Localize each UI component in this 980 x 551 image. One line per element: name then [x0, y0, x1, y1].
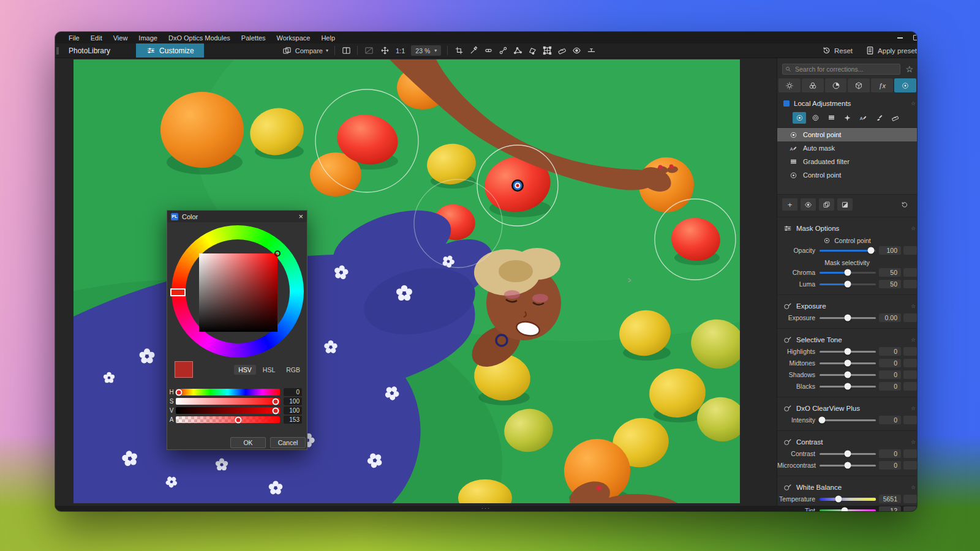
menu-file[interactable]: File: [63, 34, 85, 42]
temperature-slider[interactable]: [820, 498, 876, 501]
list-item-control-point[interactable]: Control point: [777, 128, 917, 141]
tool-auto-mask[interactable]: A: [856, 112, 870, 124]
alpha-value[interactable]: 153: [284, 416, 302, 424]
tool-eraser[interactable]: [888, 112, 902, 124]
section-white-balance-header[interactable]: White Balance ☆: [777, 482, 917, 493]
tab-photolibrary[interactable]: PhotoLibrary: [59, 43, 120, 58]
eraser-tool-icon[interactable]: [557, 46, 567, 56]
maximize-icon[interactable]: [913, 35, 917, 40]
shadows-value[interactable]: 0: [879, 370, 901, 379]
tool-control-point[interactable]: [793, 112, 806, 124]
list-item-graduated-filter[interactable]: Graduated filter: [777, 155, 917, 168]
section-clearview-header[interactable]: DxO ClearView Plus ☆: [777, 403, 917, 414]
menu-workspace[interactable]: Workspace: [271, 34, 316, 42]
midtones-slider[interactable]: [820, 362, 876, 364]
microcontrast-slider[interactable]: [820, 465, 876, 467]
panel-collapse-chevron[interactable]: >: [628, 276, 631, 285]
tab-customize[interactable]: Customize: [136, 43, 204, 58]
list-item-control-point-2[interactable]: Control point: [777, 168, 917, 182]
favorites-star-icon[interactable]: ☆: [905, 64, 913, 74]
contrast-slider[interactable]: [820, 453, 876, 455]
tool-graduated-filter[interactable]: [824, 112, 838, 124]
ok-button[interactable]: OK: [230, 437, 266, 448]
tool-brush[interactable]: [872, 112, 886, 124]
pan-tool-icon[interactable]: [380, 46, 390, 56]
control-line-tool-icon[interactable]: [513, 46, 522, 56]
section-local-adjustments-header[interactable]: Local Adjustments ☆: [777, 98, 917, 109]
microcontrast-value[interactable]: 0: [879, 461, 901, 470]
compare-button[interactable]: Compare ▾: [282, 46, 328, 56]
menu-dxo-optics-modules[interactable]: DxO Optics Modules: [163, 34, 236, 42]
palette-tab-color[interactable]: [802, 78, 824, 92]
palette-tab-light[interactable]: [778, 78, 801, 92]
hue-slider[interactable]: [176, 389, 280, 395]
zoom-1to1-button[interactable]: 1:1: [396, 47, 405, 54]
hue-value[interactable]: 0: [284, 388, 302, 396]
menu-help[interactable]: Help: [315, 34, 341, 42]
invert-mask-button[interactable]: [837, 198, 853, 211]
color-dialog-titlebar[interactable]: PL Color ×: [167, 211, 307, 222]
tool-control-line[interactable]: [809, 112, 822, 124]
section-mask-options-header[interactable]: Mask Options ☆: [777, 223, 917, 234]
palette-tab-effects[interactable]: ƒx: [871, 78, 893, 92]
highlights-slider[interactable]: [820, 351, 876, 353]
section-selective-tone-header[interactable]: Selective Tone ☆: [777, 334, 917, 345]
tint-value[interactable]: -12: [879, 506, 901, 511]
cancel-button[interactable]: Cancel: [270, 437, 306, 448]
tab-rgb[interactable]: RGB: [282, 365, 304, 375]
menu-palettes[interactable]: Palettes: [236, 34, 271, 42]
palette-tab-geometry[interactable]: [848, 78, 870, 92]
blacks-value[interactable]: 0: [879, 382, 901, 391]
section-exposure-header[interactable]: Exposure ☆: [777, 301, 917, 312]
menu-image[interactable]: Image: [133, 34, 163, 42]
opacity-slider[interactable]: [820, 250, 876, 252]
mask-preview-icon[interactable]: [364, 46, 374, 56]
reset-local-adjustments-button[interactable]: [897, 198, 912, 211]
temperature-value[interactable]: 5651: [879, 495, 901, 503]
palette-tab-detail[interactable]: [825, 78, 847, 92]
control-point-tool-icon[interactable]: [498, 46, 508, 56]
exposure-slider[interactable]: [820, 317, 876, 319]
saturation-slider[interactable]: [176, 398, 280, 405]
split-view-icon[interactable]: [341, 46, 351, 56]
shadows-slider[interactable]: [820, 374, 876, 376]
menu-edit[interactable]: Edit: [85, 34, 108, 42]
saturation-value[interactable]: 100: [284, 397, 302, 405]
zoom-level-dropdown[interactable]: 23 % ▾: [411, 45, 441, 56]
tab-hsv[interactable]: HSV: [234, 365, 256, 375]
polygon-tool-icon[interactable]: [527, 46, 537, 56]
add-mask-button[interactable]: +: [782, 198, 797, 211]
search-input[interactable]: [782, 64, 900, 75]
luma-slider[interactable]: [820, 283, 876, 285]
toggle-visibility-button[interactable]: [801, 198, 816, 211]
tint-slider[interactable]: [820, 509, 876, 512]
chroma-slider[interactable]: [820, 272, 876, 274]
hue-wheel-marker[interactable]: [170, 288, 186, 296]
value-value[interactable]: 100: [284, 407, 302, 414]
tool-luminosity-mask[interactable]: [840, 112, 854, 124]
enabled-checkbox[interactable]: [783, 100, 790, 107]
duplicate-mask-button[interactable]: [819, 198, 834, 211]
intensity-slider[interactable]: [820, 419, 876, 421]
contrast-value[interactable]: 0: [879, 449, 901, 458]
reset-button[interactable]: Reset: [821, 46, 853, 56]
eyedropper-tool-icon[interactable]: [469, 46, 478, 56]
value-slider[interactable]: [176, 407, 280, 414]
blacks-slider[interactable]: [820, 386, 876, 388]
intensity-value[interactable]: 0: [879, 416, 901, 424]
highlights-value[interactable]: 0: [879, 347, 901, 356]
chroma-value[interactable]: 50: [879, 268, 901, 277]
midtones-value[interactable]: 0: [879, 359, 901, 367]
section-contrast-header[interactable]: Contrast ☆: [777, 437, 917, 448]
crop-tool-icon[interactable]: [454, 46, 464, 56]
alpha-slider[interactable]: [176, 416, 280, 423]
visibility-eye-icon[interactable]: [571, 46, 581, 56]
tab-hsl[interactable]: HSL: [258, 365, 279, 375]
luma-value[interactable]: 50: [879, 280, 901, 288]
close-icon[interactable]: ×: [298, 212, 303, 220]
exposure-value[interactable]: 0.00: [879, 313, 901, 322]
repair-tool-icon[interactable]: [483, 46, 493, 56]
sv-selector[interactable]: [274, 250, 281, 257]
palette-tab-local-adjustments[interactable]: [894, 78, 916, 92]
minimize-icon[interactable]: [897, 37, 903, 39]
